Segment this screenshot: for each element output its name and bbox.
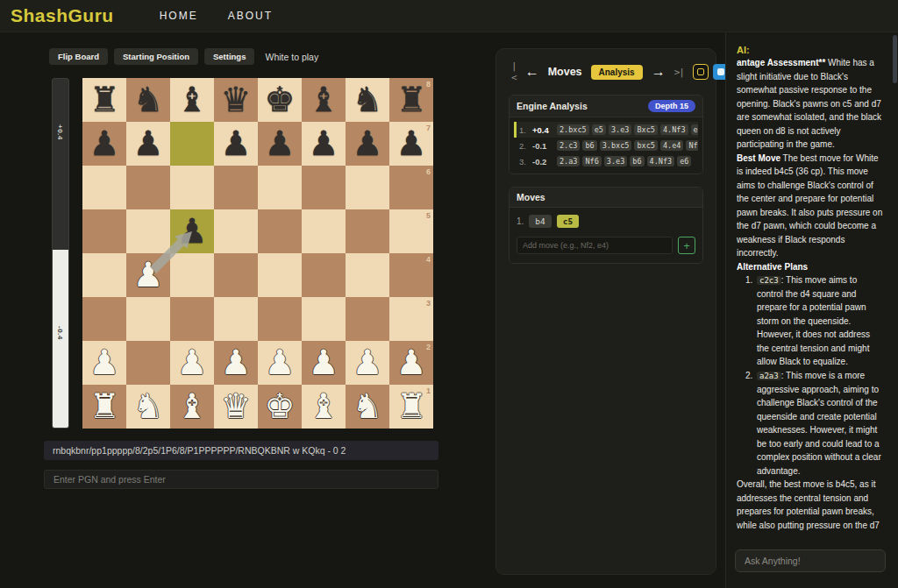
square-g2[interactable]: ♟ — [346, 341, 389, 385]
engine-move-chip[interactable]: 2.a3 — [557, 156, 580, 166]
engine-move-chip[interactable]: 4.e4 — [660, 140, 683, 151]
engine-line[interactable]: 3.-0.22.a3Nf63.e3b64.Nf3e6 — [514, 153, 698, 169]
black-king[interactable]: ♚ — [258, 78, 302, 122]
square-c2[interactable]: ♟ — [170, 341, 214, 385]
engine-move-chip[interactable]: 3.e3 — [604, 156, 627, 166]
black-bishop[interactable]: ♝ — [170, 78, 214, 122]
square-a2[interactable]: ♟ — [82, 341, 126, 385]
engine-move-chip[interactable]: Nf6 — [582, 156, 601, 166]
square-b8[interactable]: ♞ — [126, 78, 170, 122]
engine-move-chip[interactable]: 2.c3 — [557, 140, 580, 151]
black-knight[interactable]: ♞ — [126, 78, 170, 122]
black-pawn[interactable]: ♟ — [126, 122, 170, 166]
square-c3[interactable] — [170, 297, 214, 341]
square-a1[interactable]: ♜ — [82, 385, 126, 429]
engine-line[interactable]: 1.+0.42.bxc5e53.e3Bxc54.Nf3e4 — [514, 122, 698, 138]
square-g5[interactable] — [346, 209, 389, 253]
black-pawn[interactable]: ♟ — [170, 209, 214, 253]
square-g3[interactable] — [346, 297, 389, 341]
square-e1[interactable]: ♚ — [258, 385, 302, 429]
engine-move-chip[interactable]: b6 — [582, 140, 596, 151]
square-h1[interactable]: ♜1 — [389, 385, 433, 429]
white-pawn[interactable]: ♟ — [258, 341, 302, 385]
square-b6[interactable] — [126, 166, 170, 209]
prev-move-button[interactable]: ← — [525, 65, 539, 79]
engine-move-chip[interactable]: 2.bxc5 — [557, 124, 589, 135]
white-knight[interactable]: ♞ — [126, 385, 170, 429]
square-h8[interactable]: ♜8 — [389, 78, 433, 122]
square-c5[interactable]: ♟ — [170, 209, 214, 253]
square-b2[interactable] — [126, 341, 170, 385]
square-e3[interactable] — [258, 297, 302, 341]
square-h4[interactable]: 4 — [389, 253, 433, 297]
square-b4[interactable]: ♟ — [126, 253, 170, 297]
engine-move-chip[interactable]: b6 — [630, 156, 644, 166]
square-a7[interactable]: ♟ — [82, 122, 126, 166]
square-b7[interactable]: ♟ — [126, 122, 170, 166]
square-e7[interactable]: ♟ — [258, 122, 302, 166]
square-g7[interactable]: ♟ — [346, 122, 389, 166]
ask-anything-input[interactable] — [735, 549, 886, 572]
square-f2[interactable]: ♟ — [302, 341, 346, 385]
square-f6[interactable] — [302, 166, 346, 209]
add-move-input[interactable] — [517, 237, 673, 254]
white-pawn[interactable]: ♟ — [346, 341, 389, 385]
fen-input[interactable] — [44, 441, 438, 460]
flip-board-button[interactable]: Flip Board — [49, 48, 108, 65]
square-d4[interactable] — [214, 253, 258, 297]
engine-move-chip[interactable]: Bxc5 — [634, 124, 657, 135]
scrollbar-thumb[interactable] — [893, 35, 897, 83]
analysis-mode-button[interactable]: Analysis — [591, 65, 643, 80]
nav-link-about[interactable]: ABOUT — [228, 10, 273, 22]
square-h2[interactable]: ♟2 — [389, 341, 433, 385]
engine-panel-toggle[interactable] — [693, 64, 709, 80]
white-king[interactable]: ♚ — [258, 385, 302, 429]
square-d6[interactable] — [214, 166, 258, 209]
black-rook[interactable]: ♜ — [82, 78, 126, 122]
square-a3[interactable] — [82, 297, 126, 341]
white-pawn[interactable]: ♟ — [214, 341, 258, 385]
square-f1[interactable]: ♝ — [302, 385, 346, 429]
current-move-chip[interactable]: c5 — [557, 215, 579, 228]
move-chip[interactable]: b4 — [529, 215, 551, 228]
last-move-button[interactable]: >| — [674, 67, 684, 78]
square-g8[interactable]: ♞ — [346, 78, 389, 122]
square-h5[interactable]: 5 — [389, 209, 433, 253]
black-pawn[interactable]: ♟ — [258, 122, 302, 166]
square-f5[interactable] — [302, 209, 346, 253]
square-b5[interactable] — [126, 209, 170, 253]
next-move-button[interactable]: → — [652, 65, 666, 79]
white-bishop[interactable]: ♝ — [302, 385, 346, 429]
black-pawn[interactable]: ♟ — [214, 122, 258, 166]
square-b1[interactable]: ♞ — [126, 385, 170, 429]
square-d5[interactable] — [214, 209, 258, 253]
white-pawn[interactable]: ♟ — [82, 341, 126, 385]
black-queen[interactable]: ♛ — [214, 78, 258, 122]
app-logo[interactable]: ShashGuru — [11, 5, 114, 26]
square-e2[interactable]: ♟ — [258, 341, 302, 385]
square-d7[interactable]: ♟ — [214, 122, 258, 166]
square-h6[interactable]: 6 — [389, 166, 433, 209]
square-a6[interactable] — [82, 166, 126, 209]
white-queen[interactable]: ♛ — [214, 385, 258, 429]
black-knight[interactable]: ♞ — [346, 78, 389, 122]
square-f3[interactable] — [302, 297, 346, 341]
engine-move-chip[interactable]: e6 — [677, 156, 691, 166]
square-d3[interactable] — [214, 297, 258, 341]
square-d1[interactable]: ♛ — [214, 385, 258, 429]
square-e8[interactable]: ♚ — [258, 78, 302, 122]
engine-move-chip[interactable]: bxc5 — [634, 140, 657, 151]
pgn-input[interactable] — [44, 470, 438, 489]
engine-move-chip[interactable]: Nf6 — [686, 140, 698, 151]
starting-position-button[interactable]: Starting Position — [114, 48, 198, 65]
engine-line[interactable]: 2.-0.12.c3b63.bxc5bxc54.e4Nf6 — [514, 138, 698, 153]
white-pawn[interactable]: ♟ — [302, 341, 346, 385]
white-bishop[interactable]: ♝ — [170, 385, 214, 429]
square-g6[interactable] — [346, 166, 389, 209]
square-b3[interactable] — [126, 297, 170, 341]
white-knight[interactable]: ♞ — [346, 385, 389, 429]
square-e6[interactable] — [258, 166, 302, 209]
square-g4[interactable] — [346, 253, 389, 297]
square-h7[interactable]: ♟7 — [389, 122, 433, 166]
square-h3[interactable]: 3 — [389, 297, 433, 341]
